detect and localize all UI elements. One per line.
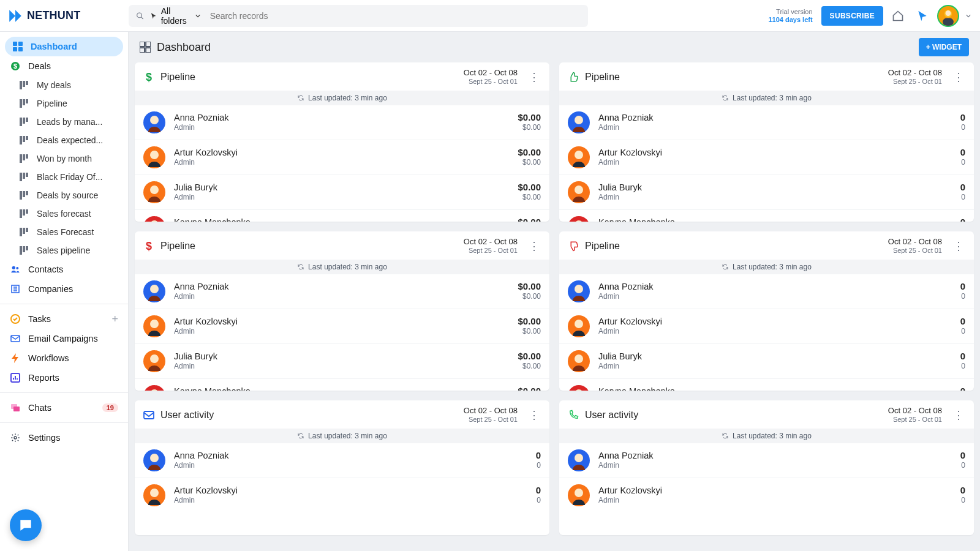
svg-rect-19 [26, 118, 28, 122]
widget-more-icon[interactable]: ⋮ [948, 241, 965, 252]
refresh-icon [722, 94, 729, 102]
logo-text-2: HUNT [50, 9, 81, 21]
sidebar-item-contacts[interactable]: Contacts [0, 260, 128, 279]
board-icon [20, 228, 28, 236]
sidebar-item-workflows[interactable]: Workflows [0, 348, 128, 368]
logo[interactable]: NETHUNT [7, 8, 118, 24]
widget-row[interactable]: Julia BurykAdmin00 [559, 344, 974, 379]
search-input[interactable] [210, 11, 581, 21]
svg-point-72 [575, 151, 583, 159]
widget-row[interactable]: Artur KozlovskyiAdmin$0.00$0.00 [135, 140, 549, 175]
row-value: 0 [960, 485, 965, 496]
row-value-2: $0.00 [518, 292, 541, 301]
dashboard-icon [140, 42, 151, 53]
sidebar-subitem[interactable]: Won by month [0, 149, 128, 168]
sidebar-subitem[interactable]: Deals expected... [0, 131, 128, 149]
widget-body: Anna PozniakAdmin00Artur KozlovskyiAdmin… [135, 443, 549, 512]
row-value-2: $0.00 [518, 327, 541, 335]
widget-row[interactable]: Anna PozniakAdmin00 [559, 443, 974, 478]
sidebar-item-reports[interactable]: Reports [0, 368, 128, 388]
avatar [143, 146, 165, 168]
widget-more-icon[interactable]: ⋮ [524, 241, 541, 252]
widget-more-icon[interactable]: ⋮ [948, 410, 965, 421]
sidebar-subitem[interactable]: Deals by source [0, 186, 128, 204]
widget-row[interactable]: Karyna ManchenkoAdmin$0.00$0.00 [135, 379, 549, 391]
row-value: $0.00 [518, 281, 541, 292]
board-icon [20, 191, 28, 200]
sidebar-subitem[interactable]: Sales forecast [0, 204, 128, 223]
sidebar-subitem[interactable]: Black Friday Of... [0, 168, 128, 186]
user-menu-caret[interactable] [964, 6, 973, 26]
person-name: Anna Pozniak [174, 451, 527, 461]
row-value-2: $0.00 [518, 193, 541, 201]
sidebar-subitem[interactable]: Pipeline [0, 94, 128, 113]
widget-row[interactable]: Anna PozniakAdmin$0.00$0.00 [135, 274, 549, 309]
widget-dates: Oct 02 - Oct 08Sept 25 - Oct 01 [888, 238, 942, 255]
trial-line2[interactable]: 1104 days left [768, 16, 812, 24]
add-widget-button[interactable]: + WIDGET [919, 38, 969, 56]
chat-fab[interactable] [10, 509, 42, 541]
search-bar[interactable]: All folders [129, 5, 588, 27]
sidebar-item-label: Settings [28, 433, 60, 443]
row-value: 0 [536, 450, 541, 461]
widget-row[interactable]: Anna PozniakAdmin$0.00$0.00 [135, 105, 549, 140]
widget-row[interactable]: Artur KozlovskyiAdmin00 [559, 478, 974, 512]
mail-icon [10, 334, 21, 343]
sidebar-subitem[interactable]: My deals [0, 76, 128, 94]
avatar [143, 280, 165, 302]
widget-row[interactable]: Julia BurykAdmin00 [559, 175, 974, 210]
home-icon[interactable] [888, 6, 908, 26]
sidebar-subitem[interactable]: Sales Forecast [0, 223, 128, 241]
megaphone-icon[interactable] [913, 6, 932, 26]
person-name: Karyna Manchenko [598, 217, 952, 222]
sidebar-item-dashboard[interactable]: Dashboard [5, 37, 123, 56]
svg-rect-48 [11, 335, 20, 342]
sidebar-item-deals[interactable]: $ Deals [0, 56, 128, 76]
sidebar-subitem[interactable]: Sales pipeline [0, 241, 128, 260]
svg-rect-5 [13, 42, 17, 46]
folder-selector[interactable]: All folders [150, 6, 203, 26]
row-value-2: 0 [960, 158, 965, 167]
sidebar-item-chats[interactable]: Chats 19 [0, 398, 128, 418]
svg-text:$: $ [146, 72, 152, 83]
svg-rect-32 [20, 209, 22, 218]
sidebar-subitem[interactable]: Leads by mana... [0, 113, 128, 131]
row-value-2: 0 [960, 292, 965, 301]
sidebar-item-email-campaigns[interactable]: Email Campaigns [0, 329, 128, 348]
widget-row[interactable]: Anna PozniakAdmin00 [559, 105, 974, 140]
widget-row[interactable]: Karyna ManchenkoAdmin$0.00$0.00 [135, 210, 549, 222]
trial-info: Trial version 1104 days left [768, 8, 812, 23]
sidebar-item-settings[interactable]: Settings [0, 428, 128, 448]
svg-point-79 [150, 285, 159, 293]
person-name: Karyna Manchenko [174, 386, 509, 391]
widget-row[interactable]: Anna PozniakAdmin00 [135, 443, 549, 478]
sidebar-item-tasks[interactable]: Tasks + [0, 309, 128, 329]
widget: User activityOct 02 - Oct 08Sept 25 - Oc… [559, 400, 974, 535]
widget-row[interactable]: Julia BurykAdmin$0.00$0.00 [135, 344, 549, 379]
topbar: NETHUNT All folders Trial version 1104 d… [0, 0, 980, 32]
widget-row[interactable]: Julia BurykAdmin$0.00$0.00 [135, 175, 549, 210]
widget-more-icon[interactable]: ⋮ [524, 410, 541, 421]
widget-row[interactable]: Artur KozlovskyiAdmin00 [559, 309, 974, 344]
person-name: Julia Buryk [598, 351, 952, 362]
widget-row[interactable]: Artur KozlovskyiAdmin00 [559, 140, 974, 175]
person-role: Admin [174, 496, 527, 504]
widget-more-icon[interactable]: ⋮ [524, 72, 541, 83]
sidebar: Dashboard $ Deals My dealsPipelineLeads … [0, 32, 129, 551]
widget-row[interactable]: Karyna ManchenkoAdmin00 [559, 210, 974, 222]
widget-row[interactable]: Artur KozlovskyiAdmin00 [135, 478, 549, 512]
sidebar-item-companies[interactable]: Companies [0, 279, 128, 299]
widget-row[interactable]: Karyna ManchenkoAdmin00 [559, 379, 974, 391]
svg-rect-30 [23, 191, 25, 197]
subscribe-button[interactable]: SUBSCRIBE [821, 6, 883, 26]
person-role: Admin [174, 193, 509, 201]
widget-row[interactable]: Artur KozlovskyiAdmin$0.00$0.00 [135, 309, 549, 344]
user-avatar[interactable] [937, 5, 959, 27]
add-task-icon[interactable]: + [111, 313, 118, 326]
person-role: Admin [598, 193, 952, 201]
widget-more-icon[interactable]: ⋮ [948, 72, 965, 83]
person-name: Anna Pozniak [174, 282, 509, 292]
row-value-2: 0 [960, 193, 965, 201]
svg-rect-28 [26, 173, 28, 177]
widget-row[interactable]: Anna PozniakAdmin00 [559, 274, 974, 309]
